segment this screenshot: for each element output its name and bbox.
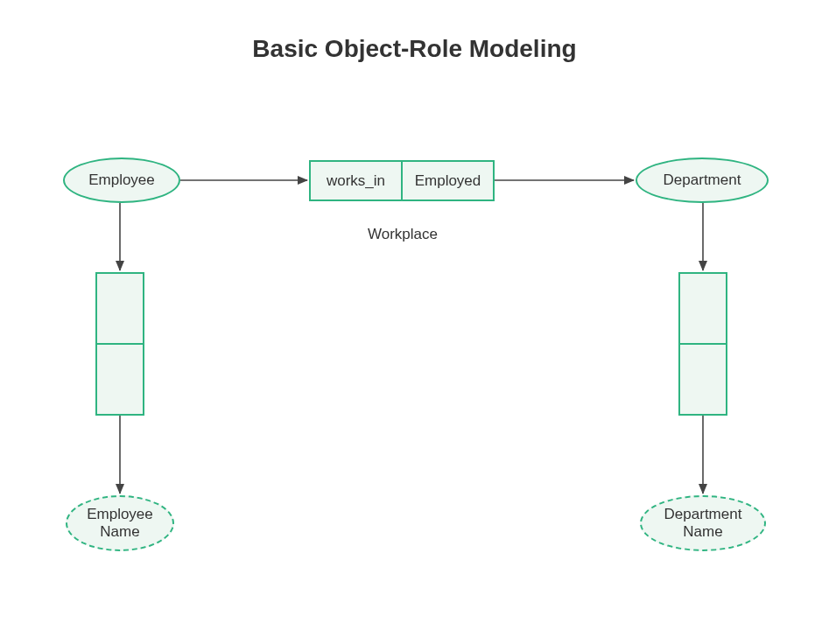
entity-department: Department xyxy=(636,158,769,203)
relation-cell-works-in: works_in xyxy=(311,162,401,200)
entity-department-label: Department xyxy=(664,172,741,189)
role-box-employee-top xyxy=(97,274,143,343)
value-employee-name-label: Employee Name xyxy=(87,506,153,542)
value-department-name-line2: Name xyxy=(683,523,722,540)
value-department-name-label: Department Name xyxy=(664,506,742,542)
relation-label: Workplace xyxy=(355,226,451,243)
value-employee-name-line2: Name xyxy=(100,523,139,540)
role-box-employee xyxy=(95,272,144,416)
role-box-department-top xyxy=(680,274,726,343)
role-box-department-bottom xyxy=(680,343,726,414)
role-box-department xyxy=(678,272,727,416)
value-department-name: Department Name xyxy=(640,495,766,551)
value-employee-name: Employee Name xyxy=(66,495,174,551)
entity-employee-label: Employee xyxy=(88,172,155,189)
value-department-name-line1: Department xyxy=(664,506,742,522)
relation-cell-employed: Employed xyxy=(401,162,493,200)
entity-employee: Employee xyxy=(63,158,180,203)
diagram-title: Basic Object-Role Modeling xyxy=(0,35,829,63)
value-employee-name-line1: Employee xyxy=(87,506,153,522)
role-box-employee-bottom xyxy=(97,343,143,414)
relation-workplace: works_in Employed xyxy=(309,160,495,201)
